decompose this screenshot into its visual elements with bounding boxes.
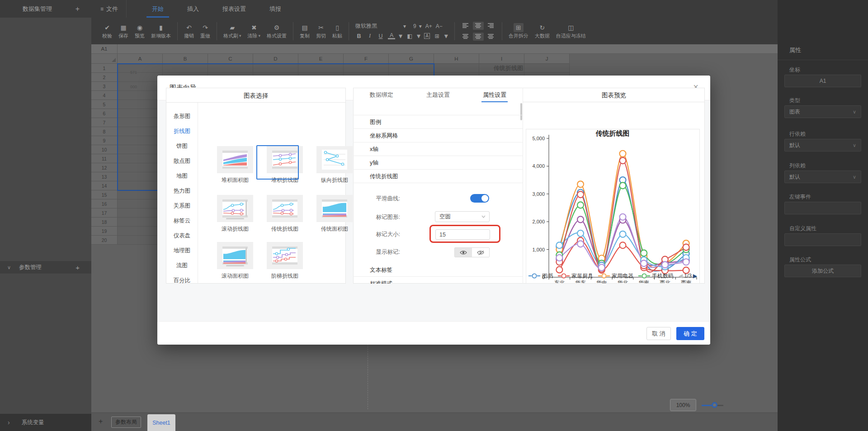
row-header-10[interactable]: 10 — [91, 145, 118, 154]
row-header-2[interactable]: 2 — [91, 73, 118, 82]
row-header-20[interactable]: 20 — [91, 236, 118, 245]
ribbon-tab-报表设置[interactable]: 报表设置 — [211, 0, 258, 18]
row-header-4[interactable]: 4 — [91, 91, 118, 100]
chart-type-滚动折线图[interactable]: 滚动折线图 — [217, 195, 253, 233]
section-grid[interactable]: 坐标系网格 — [353, 129, 523, 142]
section-standard-mode[interactable]: 标准模式 — [353, 277, 523, 284]
zoom-slider[interactable] — [702, 402, 723, 408]
slider-knob[interactable] — [712, 402, 717, 408]
chart-category-热力图[interactable]: 热力图 — [166, 184, 198, 199]
ribbon-tab-插入[interactable]: 插入 — [175, 0, 211, 18]
column-header-H[interactable]: H — [434, 54, 479, 64]
toolbar-undo-button[interactable]: ↶撤销 — [184, 23, 194, 39]
column-header-G[interactable]: G — [389, 54, 434, 64]
legend-item-家居厨具[interactable]: 家居厨具 — [558, 272, 593, 280]
toolbar-merge-split-button[interactable]: ⊞合并拆分 — [509, 23, 528, 39]
font-size-select[interactable]: 9 ▾ — [413, 23, 422, 29]
show-marker-on-button[interactable] — [455, 248, 472, 257]
settings-tab-主题设置[interactable]: 主题设置 — [410, 88, 466, 102]
row-header-9[interactable]: 9 — [91, 136, 118, 145]
row-header-5[interactable]: 5 — [91, 100, 118, 109]
section-y-axis[interactable]: y轴 — [353, 156, 523, 170]
toolbar-format-settings-button[interactable]: ⚙格式设置 — [267, 23, 287, 39]
toolbar-validate-button[interactable]: ✔校验 — [102, 23, 112, 39]
chart-type-传统面积图[interactable]: 传统面积图 — [316, 195, 353, 233]
row-header-16[interactable]: 16 — [91, 199, 118, 208]
column-header-J[interactable]: J — [524, 54, 570, 64]
column-header-E[interactable]: E — [298, 54, 344, 64]
chart-type-阶梯折线图[interactable]: 阶梯折线图 — [267, 242, 303, 280]
chart-category-仪表盘[interactable]: 仪表盘 — [166, 228, 198, 243]
row-header-1[interactable]: 1 — [91, 64, 118, 73]
chart-type-纵向折线图[interactable]: 纵向折线图 — [316, 146, 353, 184]
toolbar-clear-button[interactable]: ✖清除▾ — [248, 23, 261, 39]
row-header-13[interactable]: 13 — [91, 172, 118, 181]
legend-item-图书[interactable]: 图书 — [528, 272, 553, 280]
add-dataset-button[interactable]: + — [75, 5, 80, 13]
show-marker-off-button[interactable] — [472, 248, 489, 257]
add-param-button[interactable]: + — [75, 264, 80, 271]
toolbar-format-painter-button[interactable]: ▰格式刷▾ — [223, 23, 241, 39]
column-header-I[interactable]: I — [479, 54, 524, 64]
toolbar-copy-button[interactable]: ▤复制 — [300, 23, 310, 39]
toolbar-cut-button[interactable]: ✂剪切 — [316, 23, 326, 39]
row-header-6[interactable]: 6 — [91, 109, 118, 118]
legend-item-家用电器[interactable]: 家用电器 — [598, 272, 633, 280]
marker-size-input[interactable] — [435, 229, 490, 240]
row-header-18[interactable]: 18 — [91, 218, 118, 227]
row-header-11[interactable]: 11 — [91, 154, 118, 163]
add-sheet-button[interactable]: + — [99, 417, 103, 426]
settings-tab-数据绑定[interactable]: 数据绑定 — [353, 88, 410, 102]
param-layout-button[interactable]: 参数布局 — [111, 417, 141, 428]
chart-type-滚动面积图[interactable]: 滚动面积图 — [217, 242, 253, 280]
settings-tab-属性设置[interactable]: 属性设置 — [467, 88, 523, 102]
column-header-B[interactable]: B — [163, 54, 208, 64]
toolbar-redo-button[interactable]: ↷重做 — [200, 23, 210, 39]
toolbar-paste-button[interactable]: ▯粘贴 — [332, 23, 342, 39]
font-shrink-button[interactable]: A− — [436, 23, 443, 29]
ok-button[interactable]: 确 定 — [676, 327, 704, 340]
chart-category-百分比[interactable]: 百分比 — [166, 273, 198, 283]
cell-name-box[interactable]: A1 — [91, 44, 118, 53]
field-input[interactable] — [784, 202, 861, 214]
column-header-F[interactable]: F — [344, 54, 389, 64]
zoom-level[interactable]: 100% — [670, 399, 696, 411]
font-color-button[interactable]: A — [388, 33, 395, 39]
align-bottom-button[interactable] — [486, 33, 496, 41]
align-center-button[interactable] — [473, 22, 484, 30]
fill-color-button[interactable]: ◧ — [406, 33, 413, 39]
field-select[interactable]: 默认∨ — [784, 139, 861, 152]
field-select[interactable]: 默认∨ — [784, 171, 861, 183]
chart-category-地理图[interactable]: 地理图 — [166, 243, 198, 258]
bold-button[interactable]: B — [355, 33, 363, 39]
section-legend[interactable]: 图例 — [353, 115, 523, 129]
align-middle-button[interactable] — [473, 33, 484, 41]
toolbar-big-data-button[interactable]: ↻大数据 — [535, 23, 550, 39]
chart-category-标签云[interactable]: 标签云 — [166, 213, 198, 228]
align-left-button[interactable] — [460, 22, 471, 30]
chart-category-散点图[interactable]: 散点图 — [166, 154, 198, 169]
marker-shape-select[interactable]: 空圆 — [435, 211, 490, 222]
chart-category-饼图[interactable]: 饼图 — [166, 139, 198, 154]
chart-category-条形图[interactable]: 条形图 — [166, 109, 198, 124]
column-header-A[interactable]: A — [118, 54, 163, 64]
row-header-7[interactable]: 7 — [91, 118, 118, 127]
row-header-14[interactable]: 14 — [91, 181, 118, 190]
field-input[interactable] — [784, 233, 861, 246]
toolbar-preview-button[interactable]: ◉预览 — [135, 23, 145, 39]
align-right-button[interactable] — [486, 22, 496, 30]
file-menu[interactable]: ≡ 文件 — [100, 0, 127, 18]
font-family-select[interactable]: 微软雅黑 ▾ — [355, 22, 406, 30]
smooth-toggle[interactable] — [470, 194, 489, 203]
chart-category-流图[interactable]: 流图 — [166, 258, 198, 273]
row-header-12[interactable]: 12 — [91, 163, 118, 172]
font-grow-button[interactable]: A+ — [425, 23, 432, 29]
section-text-label[interactable]: 文本标签 — [353, 263, 523, 277]
row-header-19[interactable]: 19 — [91, 227, 118, 236]
row-header-3[interactable]: 3 — [91, 82, 118, 91]
sheet-tab-sheet1[interactable]: Sheet1 — [147, 414, 175, 431]
legend-next-icon[interactable]: ▶ — [693, 273, 697, 279]
ribbon-tab-开始[interactable]: 开始 — [140, 0, 175, 18]
chart-type-传统折线图[interactable]: 传统折线图 — [267, 195, 303, 233]
select-all-corner[interactable] — [91, 54, 118, 64]
